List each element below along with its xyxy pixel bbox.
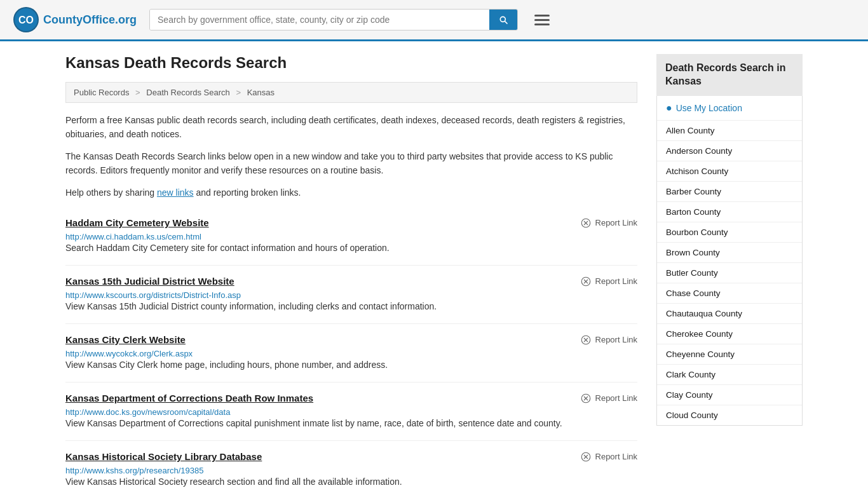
record-description: View Kansas Department of Corrections ca… <box>65 417 637 430</box>
list-item: Clay County <box>657 385 802 405</box>
content-area: Kansas Death Records Search Public Recor… <box>65 54 637 488</box>
county-link[interactable]: Chase County <box>657 283 802 303</box>
sidebar-location: ● Use My Location <box>657 96 802 121</box>
description-1: Perform a free Kansas public death recor… <box>65 113 637 142</box>
search-bar <box>149 9 518 30</box>
search-icon <box>498 15 508 25</box>
description-2: The Kansas Death Records Search links be… <box>65 149 637 178</box>
hamburger-line <box>534 24 550 25</box>
county-link[interactable]: Cheyenne County <box>657 344 802 364</box>
report-icon <box>580 334 592 346</box>
record-header: Haddam City Cemetery Website Report Link <box>65 217 637 229</box>
county-link[interactable]: Barber County <box>657 182 802 201</box>
record-title[interactable]: Kansas 15th Judicial District Website <box>65 276 234 287</box>
use-my-location-link[interactable]: Use My Location <box>676 103 742 113</box>
description-3: Help others by sharing new links and rep… <box>65 186 637 200</box>
list-item: Chase County <box>657 283 802 304</box>
record-url[interactable]: http://www.doc.ks.gov/newsroom/capital/d… <box>65 407 230 417</box>
record-url[interactable]: http://www.kshs.org/p/research/19385 <box>65 466 204 475</box>
record-title[interactable]: Haddam City Cemetery Website <box>65 217 209 228</box>
report-link-button[interactable]: Report Link <box>580 217 637 229</box>
record-header: Kansas 15th Judicial District Website Re… <box>65 276 637 287</box>
report-link-button[interactable]: Report Link <box>580 451 637 463</box>
county-list: Allen CountyAnderson CountyAtchison Coun… <box>657 121 802 425</box>
main-container: Kansas Death Records Search Public Recor… <box>53 41 815 488</box>
description-3-suffix: and reporting broken links. <box>194 187 301 198</box>
list-item: Cherokee County <box>657 324 802 344</box>
list-item: Cloud County <box>657 405 802 425</box>
list-item: Butler County <box>657 263 802 283</box>
sidebar-header: Death Records Search in Kansas <box>656 54 803 96</box>
county-link[interactable]: Cherokee County <box>657 324 802 344</box>
list-item: Allen County <box>657 121 802 141</box>
record-item: Haddam City Cemetery Website Report Link… <box>65 207 637 266</box>
record-header: Kansas Historical Society Library Databa… <box>65 451 637 463</box>
hamburger-line <box>534 15 550 17</box>
breadcrumb-sep-2: > <box>236 88 241 97</box>
report-icon <box>580 393 592 404</box>
breadcrumb-death-records-search[interactable]: Death Records Search <box>146 88 230 97</box>
breadcrumb-sep-1: > <box>135 88 140 97</box>
record-header: Kansas City Clerk Website Report Link <box>65 334 637 346</box>
new-links-link[interactable]: new links <box>157 187 194 198</box>
county-link[interactable]: Clay County <box>657 385 802 405</box>
report-icon <box>580 451 592 463</box>
page-title: Kansas Death Records Search <box>65 54 637 72</box>
list-item: Barton County <box>657 202 802 222</box>
list-item: Bourbon County <box>657 222 802 243</box>
list-item: Atchison County <box>657 161 802 182</box>
county-link[interactable]: Butler County <box>657 263 802 283</box>
report-icon <box>580 217 592 229</box>
record-item: Kansas 15th Judicial District Website Re… <box>65 266 637 324</box>
report-link-button[interactable]: Report Link <box>580 334 637 346</box>
record-url[interactable]: http://www.kscourts.org/districts/Distri… <box>65 290 241 300</box>
search-button[interactable] <box>489 10 517 30</box>
record-item: Kansas City Clerk Website Report Link ht… <box>65 324 637 383</box>
record-description: View Kansas 15th Judicial District count… <box>65 300 637 313</box>
county-link[interactable]: Atchison County <box>657 161 802 181</box>
record-url[interactable]: http://www.ci.haddam.ks.us/cem.html <box>65 232 201 241</box>
report-icon <box>580 276 592 287</box>
county-link[interactable]: Brown County <box>657 243 802 262</box>
county-link[interactable]: Cloud County <box>657 405 802 425</box>
logo-text: CountyOffice.org <box>43 13 137 27</box>
list-item: Brown County <box>657 243 802 263</box>
record-title[interactable]: Kansas City Clerk Website <box>65 334 186 345</box>
report-link-button[interactable]: Report Link <box>580 276 637 287</box>
county-link[interactable]: Chautauqua County <box>657 304 802 323</box>
hamburger-menu-button[interactable] <box>531 11 553 29</box>
record-item: Kansas Historical Society Library Databa… <box>65 441 637 488</box>
record-title[interactable]: Kansas Historical Society Library Databa… <box>65 451 262 462</box>
report-link-button[interactable]: Report Link <box>580 393 637 404</box>
county-link[interactable]: Barton County <box>657 202 802 222</box>
list-item: Chautauqua County <box>657 304 802 324</box>
list-item: Cheyenne County <box>657 344 802 365</box>
breadcrumb-kansas[interactable]: Kansas <box>247 88 275 97</box>
record-item: Kansas Department of Corrections Death R… <box>65 383 637 441</box>
search-input[interactable] <box>150 10 489 30</box>
site-header: CO CountyOffice.org <box>0 0 868 41</box>
record-description: View Kansas Historical Society research … <box>65 475 637 488</box>
county-link[interactable]: Anderson County <box>657 141 802 161</box>
county-link[interactable]: Clark County <box>657 365 802 384</box>
location-pin-icon: ● <box>666 102 672 114</box>
logo-icon: CO <box>13 6 39 33</box>
hamburger-line <box>534 19 550 21</box>
breadcrumb: Public Records > Death Records Search > … <box>65 82 637 103</box>
record-description: Search Haddam City Cemetery site for con… <box>65 241 637 255</box>
description-3-prefix: Help others by sharing <box>65 187 157 198</box>
site-logo[interactable]: CO CountyOffice.org <box>13 6 137 33</box>
list-item: Anderson County <box>657 141 802 161</box>
list-item: Barber County <box>657 182 802 202</box>
breadcrumb-public-records[interactable]: Public Records <box>74 88 129 97</box>
sidebar: Death Records Search in Kansas ● Use My … <box>656 54 803 488</box>
record-url[interactable]: http://www.wycokck.org/Clerk.aspx <box>65 349 193 358</box>
sidebar-body: ● Use My Location Allen CountyAnderson C… <box>656 96 803 426</box>
records-list: Haddam City Cemetery Website Report Link… <box>65 207 637 488</box>
county-link[interactable]: Allen County <box>657 121 802 140</box>
record-title[interactable]: Kansas Department of Corrections Death R… <box>65 393 313 403</box>
record-header: Kansas Department of Corrections Death R… <box>65 393 637 404</box>
svg-text:CO: CO <box>18 15 34 25</box>
county-link[interactable]: Bourbon County <box>657 222 802 242</box>
list-item: Clark County <box>657 365 802 385</box>
